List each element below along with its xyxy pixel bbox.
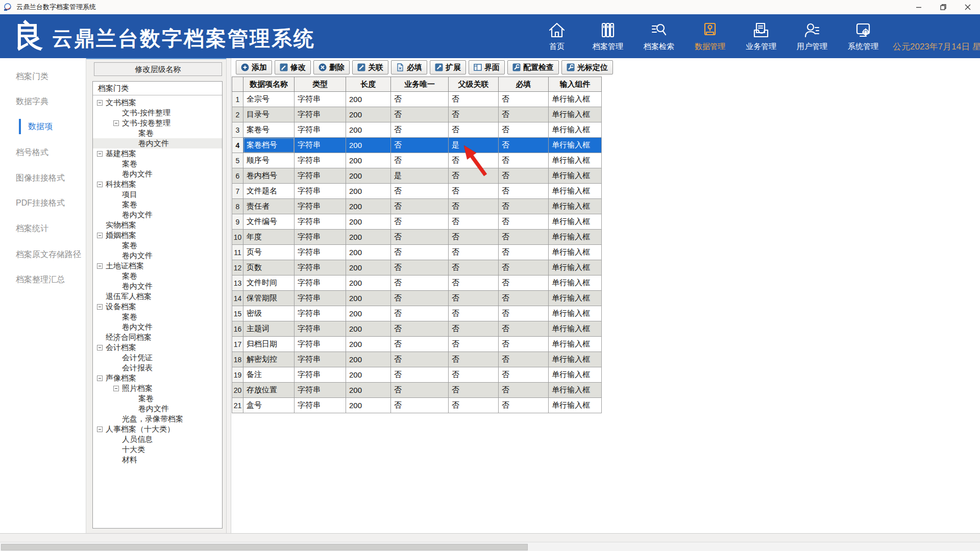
tree-node[interactable]: 声像档案 (93, 373, 222, 383)
cell-3[interactable]: 200 (346, 398, 391, 413)
cell-7[interactable]: 单行输入框 (549, 291, 602, 306)
cell-2[interactable]: 字符串 (295, 383, 346, 398)
cell-4[interactable]: 否 (391, 260, 449, 276)
table-row-15[interactable]: 15密级字符串200否否否单行输入框 (232, 306, 602, 321)
cell-2[interactable]: 字符串 (295, 337, 346, 352)
cell-6[interactable]: 否 (499, 92, 549, 107)
cell-3[interactable]: 200 (346, 337, 391, 352)
cell-3[interactable]: 200 (346, 291, 391, 306)
cell-3[interactable]: 200 (346, 276, 391, 291)
cell-4[interactable]: 否 (391, 230, 449, 245)
cell-1[interactable]: 盒号 (243, 398, 295, 413)
cell-2[interactable]: 字符串 (295, 260, 346, 276)
cell-3[interactable]: 200 (346, 260, 391, 276)
tree-node[interactable]: 卷内文件 (93, 210, 222, 220)
cell-4[interactable]: 否 (391, 214, 449, 230)
toolbar-button-7[interactable]: 界面 (469, 60, 505, 74)
cell-1[interactable]: 案卷档号 (243, 138, 295, 153)
toolbar-button-1[interactable]: 添加 (236, 60, 272, 74)
cell-5[interactable]: 否 (449, 352, 499, 367)
cell-7[interactable]: 单行输入框 (549, 153, 602, 168)
cell-2[interactable]: 字符串 (295, 138, 346, 153)
cell-7[interactable]: 单行输入框 (549, 321, 602, 337)
table-row-13[interactable]: 13文件时间字符串200否否否单行输入框 (232, 276, 602, 291)
tree-node[interactable]: 案卷 (93, 199, 222, 210)
tree-node[interactable]: 会计凭证 (93, 353, 222, 363)
cell-7[interactable]: 单行输入框 (549, 107, 602, 122)
cell-3[interactable]: 200 (346, 383, 391, 398)
tree-node[interactable]: 案卷 (93, 271, 222, 281)
cell-4[interactable]: 是 (391, 168, 449, 184)
cell-2[interactable]: 字符串 (295, 352, 346, 367)
cell-1[interactable]: 页号 (243, 245, 295, 260)
cell-5[interactable]: 否 (449, 398, 499, 413)
toolbar-button-4[interactable]: 关联 (352, 60, 388, 74)
cell-1[interactable]: 密级 (243, 306, 295, 321)
cell-5[interactable]: 否 (449, 214, 499, 230)
cell-7[interactable]: 单行输入框 (549, 122, 602, 138)
tree-node[interactable]: 卷内文件 (93, 404, 222, 414)
cell-6[interactable]: 否 (499, 168, 549, 184)
tree-node[interactable]: 设备档案 (93, 302, 222, 312)
collapse-expander-icon[interactable] (97, 233, 103, 238)
cell-5[interactable]: 否 (449, 245, 499, 260)
tree-node[interactable]: 土地证档案 (93, 261, 222, 271)
cell-5[interactable]: 否 (449, 92, 499, 107)
tree-node[interactable]: 会计报表 (93, 363, 222, 373)
table-row-6[interactable]: 6卷内档号字符串200是否否单行输入框 (232, 168, 602, 184)
tree-node[interactable]: 卷内文件 (93, 281, 222, 291)
column-header-6[interactable]: 必填 (499, 77, 549, 92)
cell-5[interactable]: 否 (449, 153, 499, 168)
cell-4[interactable]: 否 (391, 184, 449, 199)
cell-5[interactable]: 否 (449, 122, 499, 138)
cell-6[interactable]: 否 (499, 337, 549, 352)
cell-7[interactable]: 单行输入框 (549, 367, 602, 383)
column-header-4[interactable]: 业务唯一 (391, 77, 449, 92)
collapse-expander-icon[interactable] (113, 120, 119, 126)
cell-3[interactable]: 200 (346, 184, 391, 199)
cell-1[interactable]: 顺序号 (243, 153, 295, 168)
cell-7[interactable]: 单行输入框 (549, 199, 602, 214)
cell-3[interactable]: 200 (346, 367, 391, 383)
cell-3[interactable]: 200 (346, 168, 391, 184)
cell-1[interactable]: 文件时间 (243, 276, 295, 291)
cell-4[interactable]: 否 (391, 107, 449, 122)
column-header-3[interactable]: 长度 (346, 77, 391, 92)
cell-7[interactable]: 单行输入框 (549, 276, 602, 291)
cell-4[interactable]: 否 (391, 276, 449, 291)
cell-5[interactable]: 是 (449, 138, 499, 153)
cell-6[interactable]: 否 (499, 321, 549, 337)
cell-7[interactable]: 单行输入框 (549, 260, 602, 276)
cell-6[interactable]: 否 (499, 291, 549, 306)
cell-3[interactable]: 200 (346, 107, 391, 122)
table-row-10[interactable]: 10年度字符串200否否否单行输入框 (232, 230, 602, 245)
cell-5[interactable]: 否 (449, 260, 499, 276)
tree-node[interactable]: 案卷 (93, 312, 222, 322)
cell-2[interactable]: 字符串 (295, 214, 346, 230)
table-row-2[interactable]: 2目录号字符串200否否否单行输入框 (232, 107, 602, 122)
cell-2[interactable]: 字符串 (295, 321, 346, 337)
cell-3[interactable]: 200 (346, 321, 391, 337)
tree-node[interactable]: 卷内文件 (93, 322, 222, 332)
tree-node[interactable]: 退伍军人档案 (93, 291, 222, 302)
table-row-14[interactable]: 14保管期限字符串200否否否单行输入框 (232, 291, 602, 306)
collapse-expander-icon[interactable] (113, 386, 119, 391)
cell-6[interactable]: 否 (499, 199, 549, 214)
cell-2[interactable]: 字符串 (295, 398, 346, 413)
cell-3[interactable]: 200 (346, 245, 391, 260)
cell-1[interactable]: 文件题名 (243, 184, 295, 199)
cell-4[interactable]: 否 (391, 321, 449, 337)
tree-root-node[interactable]: 档案门类 (93, 82, 222, 95)
cell-4[interactable]: 否 (391, 92, 449, 107)
cell-3[interactable]: 200 (346, 138, 391, 153)
cell-7[interactable]: 单行输入框 (549, 230, 602, 245)
cell-2[interactable]: 字符串 (295, 367, 346, 383)
cell-5[interactable]: 否 (449, 291, 499, 306)
cell-7[interactable]: 单行输入框 (549, 352, 602, 367)
cell-2[interactable]: 字符串 (295, 107, 346, 122)
toolbar-button-6[interactable]: 扩展 (430, 60, 466, 74)
cell-4[interactable]: 否 (391, 122, 449, 138)
cell-5[interactable]: 否 (449, 107, 499, 122)
cell-7[interactable]: 单行输入框 (549, 398, 602, 413)
tree-node[interactable]: 人事档案（十大类） (93, 424, 222, 434)
